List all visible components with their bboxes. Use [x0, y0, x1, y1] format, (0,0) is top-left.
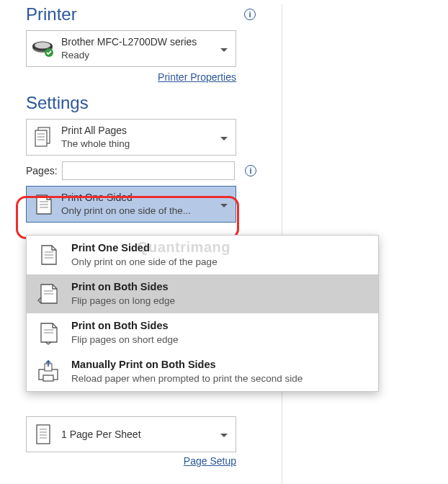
option-title: Print One Sided [71, 241, 218, 256]
settings-heading: Settings [26, 93, 256, 113]
single-side-icon [34, 241, 63, 269]
sheet-icon [31, 421, 55, 447]
option-title: Print on Both Sides [71, 280, 175, 295]
pages-icon [31, 125, 55, 151]
printer-title: Printer [26, 4, 77, 24]
svg-rect-24 [43, 375, 53, 381]
printer-selector[interactable]: Brother MFC-L2700DW series Ready [26, 30, 236, 67]
printer-icon [31, 36, 55, 62]
svg-point-2 [35, 42, 50, 48]
option-title: Print on Both Sides [71, 319, 179, 333]
both-sides-short-icon [34, 319, 63, 346]
option-subtitle: Flip pages on short edge [71, 333, 179, 346]
pages-label: Pages: [26, 165, 58, 176]
sides-dropdown-menu: Print One Sided Only print on one side o… [26, 235, 379, 392]
pages-per-sheet-selector[interactable]: 1 Page Per Sheet [26, 416, 236, 452]
pages-row: Pages: i [26, 161, 256, 180]
manual-both-sides-icon [34, 358, 63, 385]
sheet-title: 1 Page Per Sheet [61, 428, 217, 442]
option-subtitle: Only print on one side of the page [71, 256, 218, 269]
printer-heading: Printer i [26, 4, 256, 24]
sides-subtitle: Only print on one side of the... [61, 205, 217, 218]
option-subtitle: Flip pages on long edge [71, 295, 175, 308]
print-range-title: Print All Pages [61, 124, 217, 138]
info-icon[interactable]: i [244, 9, 256, 20]
printer-status: Ready [61, 49, 217, 62]
page-setup-link[interactable]: Page Setup [184, 455, 236, 467]
print-range-subtitle: The whole thing [61, 138, 217, 151]
option-print-one-sided[interactable]: Print One Sided Only print on one side o… [27, 236, 378, 274]
print-range-text: Print All Pages The whole thing [61, 124, 217, 151]
option-subtitle: Reload paper when prompted to print the … [71, 372, 303, 385]
both-sides-long-icon [34, 280, 63, 308]
option-manual-both-sides[interactable]: Manually Print on Both Sides Reload pape… [27, 352, 378, 391]
pages-input[interactable] [62, 161, 235, 180]
option-title: Manually Print on Both Sides [71, 358, 303, 372]
chevron-down-icon [217, 43, 231, 55]
single-side-icon [31, 192, 55, 218]
option-both-sides-long[interactable]: Print on Both Sides Flip pages on long e… [27, 274, 378, 313]
sides-text: Print One Sided Only print on one side o… [61, 191, 217, 218]
chevron-down-icon [217, 199, 231, 210]
info-icon[interactable]: i [245, 165, 256, 176]
sides-title: Print One Sided [61, 191, 217, 205]
printer-text: Brother MFC-L2700DW series Ready [61, 35, 217, 62]
printer-name: Brother MFC-L2700DW series [61, 35, 217, 49]
print-range-selector[interactable]: Print All Pages The whole thing [26, 119, 236, 156]
svg-rect-26 [37, 425, 50, 444]
option-both-sides-short[interactable]: Print on Both Sides Flip pages on short … [27, 313, 378, 352]
sides-selector[interactable]: Print One Sided Only print on one side o… [26, 186, 236, 223]
printer-properties-link[interactable]: Printer Properties [158, 71, 236, 83]
chevron-down-icon [217, 429, 231, 440]
settings-title: Settings [26, 93, 89, 113]
chevron-down-icon [217, 132, 231, 143]
svg-rect-5 [35, 130, 47, 146]
